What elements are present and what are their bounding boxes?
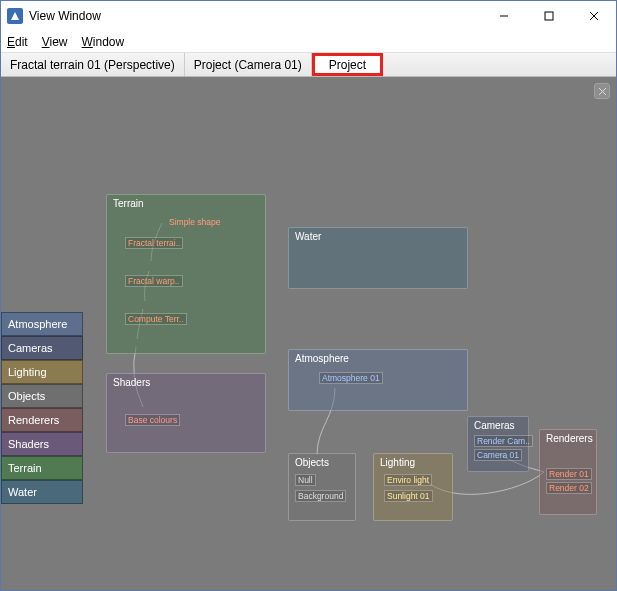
node-atmosphere01[interactable]: Atmosphere 01 <box>319 372 383 384</box>
cat-objects[interactable]: Objects <box>1 384 83 408</box>
node-canvas[interactable]: Atmosphere Cameras Lighting Objects Rend… <box>1 77 616 590</box>
node-render-cam[interactable]: Render Cam.. <box>474 435 533 447</box>
panel-renderers[interactable]: Renderers Render 01 Render 02 <box>539 429 597 515</box>
panel-objects[interactable]: Objects Null Background <box>288 453 356 521</box>
node-camera01[interactable]: Camera 01 <box>474 449 522 461</box>
window-title: View Window <box>29 9 481 23</box>
panel-shaders-label: Shaders <box>113 377 150 388</box>
node-simple-shape[interactable]: Simple shape <box>167 217 223 227</box>
panel-lighting-label: Lighting <box>380 457 415 468</box>
category-stack: Atmosphere Cameras Lighting Objects Rend… <box>1 312 83 504</box>
svg-marker-0 <box>11 12 19 20</box>
node-render01[interactable]: Render 01 <box>546 468 592 480</box>
minimize-button[interactable] <box>481 1 526 31</box>
panel-lighting[interactable]: Lighting Enviro light Sunlight 01 <box>373 453 453 521</box>
node-sunlight01[interactable]: Sunlight 01 <box>384 490 433 502</box>
menubar: Edit View Window <box>1 31 616 53</box>
panel-terrain[interactable]: Terrain Simple shape Fractal terrai.. Fr… <box>106 194 266 354</box>
panel-shaders[interactable]: Shaders Base colours <box>106 373 266 453</box>
window-frame: View Window Edit View Window Fractal ter… <box>0 0 617 591</box>
tab-project-camera[interactable]: Project (Camera 01) <box>185 53 312 76</box>
panel-water-label: Water <box>295 231 321 242</box>
tab-fractal-terrain[interactable]: Fractal terrain 01 (Perspective) <box>1 53 185 76</box>
panel-atmosphere[interactable]: Atmosphere Atmosphere 01 <box>288 349 468 411</box>
menu-view[interactable]: View <box>42 35 68 49</box>
cat-water[interactable]: Water <box>1 480 83 504</box>
cat-terrain[interactable]: Terrain <box>1 456 83 480</box>
node-enviro-light[interactable]: Enviro light <box>384 474 432 486</box>
node-compute-terr[interactable]: Compute Terr.. <box>125 313 187 325</box>
window-controls <box>481 1 616 31</box>
panel-renderers-label: Renderers <box>546 433 593 444</box>
close-button[interactable] <box>571 1 616 31</box>
node-fractal-terrain[interactable]: Fractal terrai.. <box>125 237 183 249</box>
maximize-button[interactable] <box>526 1 571 31</box>
cat-atmosphere[interactable]: Atmosphere <box>1 312 83 336</box>
node-render02[interactable]: Render 02 <box>546 482 592 494</box>
node-base-colours[interactable]: Base colours <box>125 414 180 426</box>
panel-cameras[interactable]: Cameras Render Cam.. Camera 01 <box>467 416 529 472</box>
panel-atmosphere-label: Atmosphere <box>295 353 349 364</box>
cat-lighting[interactable]: Lighting <box>1 360 83 384</box>
panel-cameras-label: Cameras <box>474 420 515 431</box>
tab-project[interactable]: Project <box>312 53 383 76</box>
node-null[interactable]: Null <box>295 474 316 486</box>
titlebar: View Window <box>1 1 616 31</box>
svg-rect-2 <box>545 12 553 20</box>
cat-shaders[interactable]: Shaders <box>1 432 83 456</box>
menu-window[interactable]: Window <box>82 35 125 49</box>
panel-water[interactable]: Water <box>288 227 468 289</box>
cat-renderers[interactable]: Renderers <box>1 408 83 432</box>
panel-objects-label: Objects <box>295 457 329 468</box>
menu-edit[interactable]: Edit <box>7 35 28 49</box>
tabbar: Fractal terrain 01 (Perspective) Project… <box>1 53 616 77</box>
canvas-close-icon[interactable] <box>594 83 610 99</box>
cat-cameras[interactable]: Cameras <box>1 336 83 360</box>
panel-terrain-label: Terrain <box>113 198 144 209</box>
app-icon <box>7 8 23 24</box>
node-background[interactable]: Background <box>295 490 346 502</box>
node-fractal-warp[interactable]: Fractal warp.. <box>125 275 183 287</box>
